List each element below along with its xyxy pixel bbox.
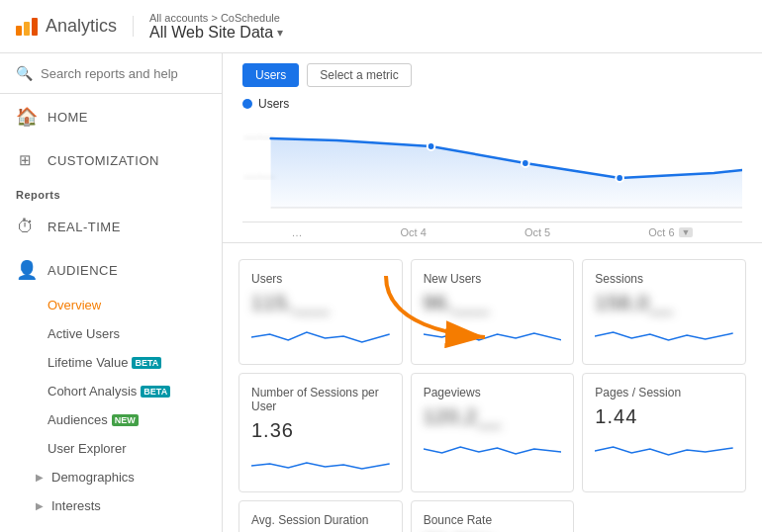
sidebar-item-customization-label: CUSTOMIZATION (48, 153, 159, 168)
metric-title-users: Users (251, 272, 390, 286)
analytics-logo-icon (16, 18, 38, 36)
main-layout: 🔍 🏠 HOME ⊞ CUSTOMIZATION Reports ⏱ REAL-… (0, 53, 762, 532)
sidebar-sub-item-audiences[interactable]: Audiences NEW (0, 405, 222, 434)
metric-value-users: 115,___ (251, 292, 390, 314)
metric-title-new-users: New Users (424, 272, 562, 286)
metric-card-sessions-per-user: Number of Sessions per User 1.36 (238, 373, 403, 492)
sidebar-item-interests[interactable]: ▶ Interests (0, 491, 222, 520)
app-title: Analytics (46, 16, 117, 37)
metric-card-bounce-rate: Bounce Rate 72.76% (411, 500, 575, 532)
sidebar-item-demographics[interactable]: ▶ Demographics (0, 463, 222, 491)
metric-title-bounce-rate: Bounce Rate (424, 513, 562, 527)
metric-title-sessions: Sessions (595, 272, 733, 286)
sidebar-sub-item-overview[interactable]: Overview (0, 291, 222, 319)
sidebar-item-audience-label: AUDIENCE (48, 263, 118, 278)
app-header: Analytics All accounts > CoSchedule All … (0, 0, 762, 53)
chart-legend: Users (242, 97, 742, 111)
header-navigation: All accounts > CoSchedule All Web Site D… (149, 12, 283, 42)
chart-tab-controls: Users Select a metric (242, 63, 742, 87)
site-selector-label: All Web Site Data (149, 24, 273, 42)
logo-area: Analytics (16, 16, 134, 37)
metric-value-sessions: 158,0__ (595, 292, 733, 314)
metric-card-pageviews: Pageviews 120,2__ (411, 373, 575, 492)
grid-icon: ⊞ (16, 151, 36, 169)
search-input[interactable] (41, 66, 206, 81)
metric-value-pageviews: 120,2__ (424, 405, 562, 428)
metric-sparkline-sessions (595, 322, 733, 352)
x-label-oct5: Oct 5 (524, 226, 550, 238)
beta-badge-lifetime: BETA (132, 357, 161, 369)
sidebar-sub-item-user-explorer[interactable]: User Explorer (0, 434, 222, 463)
chart-x-labels: … Oct 4 Oct 5 Oct 6 ▼ (242, 222, 742, 242)
metric-card-avg-session: Avg. Session Duration 00:01:30 (238, 500, 403, 532)
metrics-row-3: Avg. Session Duration 00:01:30 Bounce Ra… (238, 500, 746, 532)
user-explorer-label: User Explorer (48, 441, 126, 456)
chevron-down-icon: ▾ (277, 26, 283, 40)
metric-sparkline-pages-session (595, 436, 733, 466)
metric-card-pages-session: Pages / Session 1.44 (582, 373, 746, 492)
metrics-row-1: Users 115,___ New Users 96,___ (238, 259, 746, 365)
overview-label: Overview (48, 298, 101, 312)
metrics-row-2: Number of Sessions per User 1.36 Pagevie… (238, 373, 746, 492)
sidebar-sub-item-active-users[interactable]: Active Users (0, 319, 222, 348)
sidebar-sub-item-lifetime-value[interactable]: Lifetime Value BETA (0, 348, 222, 377)
x-label-oct6: Oct 6 ▼ (648, 226, 693, 238)
sidebar: 🔍 🏠 HOME ⊞ CUSTOMIZATION Reports ⏱ REAL-… (0, 53, 223, 532)
metrics-section: Users 115,___ New Users 96,___ (223, 243, 762, 532)
person-icon: 👤 (16, 259, 36, 281)
chart-svg: ___,___ ___,___ (242, 119, 742, 218)
reports-section-label: Reports (0, 181, 222, 205)
metric-card-users: Users 115,___ (238, 259, 403, 365)
metric-value-pages-session: 1.44 (595, 405, 733, 428)
metric-title-pageviews: Pageviews (424, 386, 562, 399)
metric-sparkline-users (251, 322, 390, 352)
svg-point-4 (428, 142, 435, 150)
chart-tab-users[interactable]: Users (242, 63, 299, 87)
sidebar-item-customization[interactable]: ⊞ CUSTOMIZATION (0, 139, 222, 181)
breadcrumb: All accounts > CoSchedule (149, 12, 283, 24)
chart-area: Users Select a metric Users ___,___ (223, 53, 762, 243)
metric-title-avg-session: Avg. Session Duration (251, 513, 390, 527)
audiences-label: Audiences (48, 412, 108, 427)
home-icon: 🏠 (16, 106, 36, 128)
chart-tab-select-metric[interactable]: Select a metric (307, 63, 411, 87)
metric-value-new-users: 96,___ (424, 292, 562, 314)
demographics-label: Demographics (51, 470, 135, 485)
metric-card-new-users: New Users 96,___ (411, 259, 575, 365)
sidebar-item-audience[interactable]: 👤 AUDIENCE (0, 249, 222, 291)
metric-sparkline-sessions-per-user (251, 450, 390, 480)
metric-card-sessions: Sessions 158,0__ (582, 259, 746, 365)
svg-point-5 (522, 159, 529, 167)
content-area: Users Select a metric Users ___,___ (223, 53, 762, 532)
beta-badge-cohort: BETA (141, 386, 170, 398)
x-label-0: … (292, 226, 303, 238)
metric-title-sessions-per-user: Number of Sessions per User (251, 386, 390, 413)
sidebar-item-realtime[interactable]: ⏱ REAL-TIME (0, 205, 222, 249)
interests-label: Interests (51, 498, 101, 513)
sidebar-item-realtime-label: REAL-TIME (48, 220, 121, 234)
metric-value-sessions-per-user: 1.36 (251, 419, 390, 442)
sidebar-item-home-label: HOME (48, 110, 88, 125)
expand-arrow-icon: ▶ (36, 472, 44, 483)
metric-sparkline-new-users (424, 322, 562, 352)
svg-point-6 (616, 174, 623, 182)
clock-icon: ⏱ (16, 217, 36, 237)
svg-text:___,___: ___,___ (243, 168, 275, 178)
new-badge-audiences: NEW (112, 414, 139, 426)
chart-legend-label: Users (258, 97, 289, 111)
svg-text:___,___: ___,___ (243, 129, 275, 138)
metric-title-pages-session: Pages / Session (595, 386, 733, 399)
metric-sparkline-pageviews (424, 436, 562, 466)
expand-arrow-icon-interests: ▶ (36, 500, 44, 511)
legend-dot-users (242, 99, 252, 109)
sidebar-search-area: 🔍 (0, 53, 222, 94)
lifetime-value-label: Lifetime Value (48, 355, 128, 370)
search-icon: 🔍 (16, 65, 33, 81)
cohort-label: Cohort Analysis (48, 384, 137, 399)
sidebar-item-home[interactable]: 🏠 HOME (0, 94, 222, 139)
active-users-label: Active Users (48, 326, 120, 341)
site-selector-dropdown[interactable]: All Web Site Data ▾ (149, 24, 283, 42)
x-label-oct4: Oct 4 (401, 226, 427, 238)
sidebar-sub-item-cohort[interactable]: Cohort Analysis BETA (0, 377, 222, 405)
